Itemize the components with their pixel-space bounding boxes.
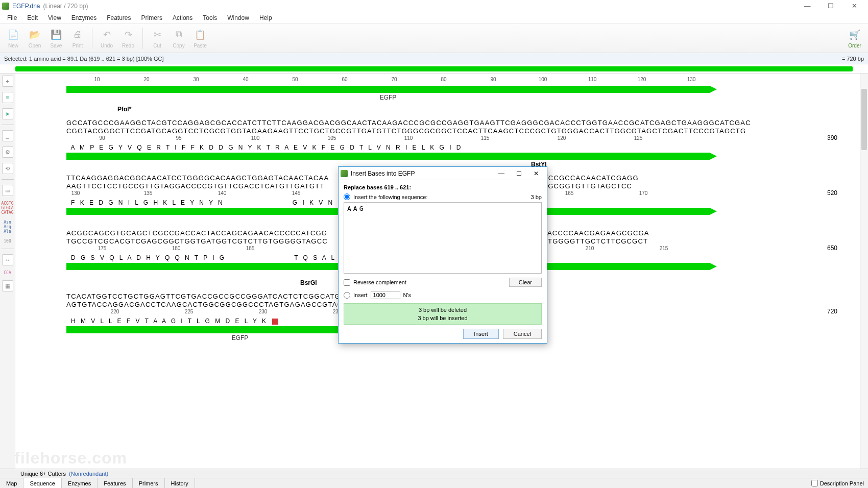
- tab-primers[interactable]: Primers: [133, 478, 165, 488]
- palette-add[interactable]: +: [2, 76, 13, 87]
- description-panel-toggle[interactable]: Description Panel: [807, 478, 868, 488]
- dialog-close-button[interactable]: ✕: [527, 168, 545, 179]
- save-button[interactable]: 💾Save: [46, 26, 66, 51]
- menu-edit[interactable]: Edit: [22, 13, 43, 22]
- copy-icon: ⧉: [172, 28, 185, 41]
- window-subtitle: (Linear / 720 bp): [43, 3, 88, 10]
- palette-100-label: 100: [4, 239, 11, 243]
- tab-enzymes[interactable]: Enzymes: [62, 478, 98, 488]
- overview-strip[interactable]: [0, 64, 868, 74]
- minimize-button[interactable]: —: [795, 0, 819, 12]
- status-inserted: 3 bp will be inserted: [344, 314, 541, 322]
- titlebar: EGFP.dna (Linear / 720 bp) — ☐ ✕: [0, 0, 868, 12]
- tab-history[interactable]: History: [165, 478, 195, 488]
- dialog-maximize-button[interactable]: ☐: [510, 168, 527, 179]
- reverse-complement-label: Reverse complement: [353, 279, 406, 285]
- vertical-scrollbar[interactable]: [860, 74, 868, 469]
- redo-icon: ↷: [122, 28, 135, 41]
- menu-tools[interactable]: Tools: [198, 13, 222, 22]
- menu-features[interactable]: Features: [102, 13, 136, 22]
- toolbar: 📄New 📂Open 💾Save 🖨Print ↶Undo ↷Redo ✂Cut…: [0, 23, 868, 53]
- paste-icon: 📋: [194, 28, 207, 41]
- palette-sequence-icon[interactable]: ≡: [2, 92, 13, 103]
- status-deleted: 3 bp will be deleted: [344, 306, 541, 314]
- tab-map[interactable]: Map: [0, 478, 23, 488]
- palette-separator: [2, 249, 14, 249]
- palette-dna-icon[interactable]: ⟲: [2, 163, 13, 174]
- open-button[interactable]: 📂Open: [25, 26, 45, 51]
- palette-tools-icon[interactable]: ⚙: [2, 147, 13, 158]
- palette-cca-label: CCA: [4, 271, 11, 275]
- radio-insert-sequence[interactable]: [344, 193, 350, 200]
- menu-help[interactable]: Help: [254, 13, 277, 22]
- close-button[interactable]: ✕: [842, 0, 866, 12]
- dialog-titlebar[interactable]: Insert Bases into EGFP — ☐ ✕: [339, 167, 547, 180]
- palette-map-icon[interactable]: ▦: [2, 280, 13, 291]
- reverse-complement-checkbox[interactable]: [344, 279, 350, 286]
- palette-separator: [2, 125, 14, 125]
- palette-separator: [2, 179, 14, 180]
- cutters-link[interactable]: (Nonredundant): [69, 471, 108, 477]
- sequence-input[interactable]: [344, 202, 542, 274]
- app-icon: [2, 3, 9, 10]
- undo-icon: ↶: [100, 28, 113, 41]
- cutters-label: Unique 6+ Cutters: [20, 471, 66, 477]
- insert-bases-dialog: Insert Bases into EGFP — ☐ ✕ Replace bas…: [338, 166, 547, 344]
- menu-primers[interactable]: Primers: [136, 13, 167, 22]
- paste-button[interactable]: 📋Paste: [190, 26, 210, 51]
- tab-features[interactable]: Features: [98, 478, 132, 488]
- print-button[interactable]: 🖨Print: [67, 26, 88, 51]
- file-icon: 📄: [7, 28, 20, 41]
- undo-button[interactable]: ↶Undo: [97, 26, 117, 51]
- redo-button[interactable]: ↷Redo: [118, 26, 138, 51]
- window-title: EGFP.dna: [12, 3, 40, 10]
- radio-insert-n[interactable]: [344, 292, 350, 299]
- dialog-app-icon: [341, 170, 348, 177]
- description-panel-label: Description Panel: [820, 480, 864, 486]
- side-palette: + ≡ ➤ ⎯ ⚙ ⟲ ▭ ACGTGGTGCACATAG AsnArgAla …: [0, 74, 15, 469]
- window-controls: — ☐ ✕: [795, 0, 866, 12]
- description-panel-checkbox[interactable]: [811, 480, 818, 486]
- new-button[interactable]: 📄New: [3, 26, 23, 51]
- palette-orf-icon[interactable]: ▭: [2, 185, 13, 196]
- dialog-minimize-button[interactable]: —: [493, 168, 510, 179]
- palette-enzymes-icon[interactable]: ⎯: [2, 130, 13, 141]
- copy-button[interactable]: ⧉Copy: [168, 26, 189, 51]
- folder-icon: 📂: [28, 28, 41, 41]
- menu-enzymes[interactable]: Enzymes: [66, 13, 102, 22]
- selection-info: Selected: 1 amino acid = 89.1 Da (619 ..…: [4, 56, 163, 62]
- watermark: filehorse.com: [14, 449, 127, 468]
- scrollbar-thumb[interactable]: [861, 89, 867, 150]
- palette-arrow-icon[interactable]: ➤: [2, 108, 13, 119]
- length-info: = 720 bp: [842, 56, 864, 62]
- palette-arrow2-icon[interactable]: ↔: [2, 254, 13, 265]
- cut-button[interactable]: ✂Cut: [147, 26, 167, 51]
- n-count-spinner[interactable]: [371, 291, 400, 299]
- menubar: File Edit View Enzymes Features Primers …: [0, 12, 868, 23]
- bottom-tabs: Map Sequence Enzymes Features Primers Hi…: [0, 478, 868, 488]
- palette-aa-label: AsnArgAla: [4, 220, 11, 234]
- status-box: 3 bp will be deleted 3 bp will be insert…: [344, 303, 542, 325]
- top-ruler: 102030405060708090100110120130: [66, 77, 858, 85]
- toolbar-separator: [142, 28, 143, 49]
- dialog-title: Insert Bases into EGFP: [351, 170, 415, 177]
- insert-button[interactable]: Insert: [463, 329, 499, 339]
- cut-icon: ✂: [151, 28, 164, 41]
- menu-view[interactable]: View: [43, 13, 66, 22]
- cutters-strip: Unique 6+ Cutters (Nonredundant): [0, 469, 868, 478]
- feature-label: EGFP: [66, 94, 710, 101]
- n-suffix-label: N's: [403, 292, 412, 298]
- menu-actions[interactable]: Actions: [167, 13, 198, 22]
- menu-file[interactable]: File: [2, 13, 22, 22]
- tab-sequence[interactable]: Sequence: [23, 478, 62, 488]
- cancel-button[interactable]: Cancel: [503, 329, 542, 339]
- radio-insert-sequence-label: Insert the following sequence:: [353, 194, 528, 200]
- overview-feature-bar: [15, 66, 853, 71]
- clear-button[interactable]: Clear: [509, 278, 542, 287]
- info-bar: Selected: 1 amino acid = 89.1 Da (619 ..…: [0, 53, 868, 64]
- feature-arrow-egfp[interactable]: [66, 86, 710, 93]
- menu-window[interactable]: Window: [222, 13, 254, 22]
- cart-icon: 🛒: [848, 28, 861, 41]
- order-button[interactable]: 🛒Order: [845, 26, 865, 51]
- maximize-button[interactable]: ☐: [819, 0, 842, 12]
